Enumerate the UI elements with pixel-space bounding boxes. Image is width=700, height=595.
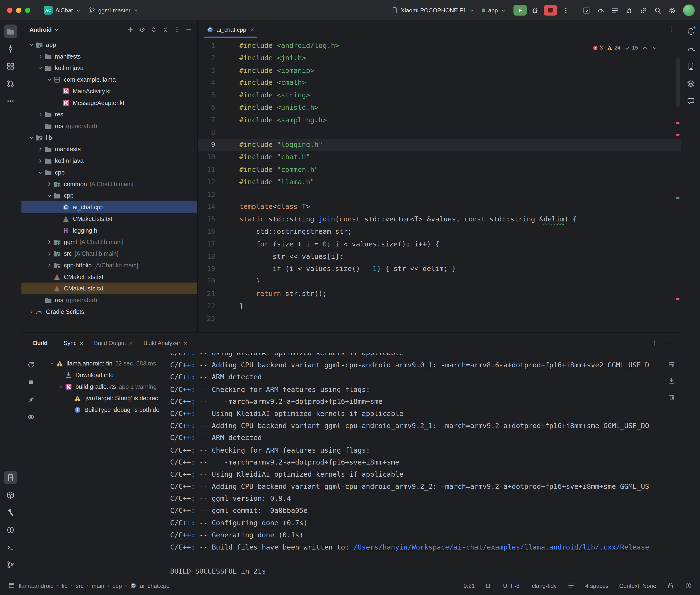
code-line-18[interactable]: 18 str << values[i];	[198, 251, 681, 263]
chevron-right-icon[interactable]	[28, 308, 35, 315]
tree-item-kotlin-java[interactable]: kotlin+java	[22, 62, 197, 74]
assistant-button[interactable]	[684, 94, 697, 108]
tree-item-res[interactable]: res	[22, 109, 197, 120]
breadcrumb-cpp[interactable]: cpp	[112, 582, 122, 589]
chevron-down-icon[interactable]	[28, 41, 35, 48]
chevron-down-icon[interactable]	[37, 169, 44, 176]
tree-item-llama-android-fin[interactable]: llama.android: fin22 sec, 583 ms	[40, 358, 165, 369]
preview-button[interactable]	[26, 412, 36, 422]
breadcrumb-main[interactable]: main	[92, 582, 104, 589]
stripe-mark-error[interactable]	[676, 134, 679, 136]
expand-all-button[interactable]	[148, 24, 159, 35]
build-output-path-link[interactable]: /Users/hanyin/Workspace/ai-chat/examples…	[354, 543, 649, 551]
settings-button[interactable]	[666, 4, 678, 16]
chevron-right-icon[interactable]	[46, 250, 53, 257]
code-line-3[interactable]: 3#include <iomanip>	[198, 64, 681, 77]
chevron-down-icon[interactable]	[57, 383, 65, 390]
add-button[interactable]	[125, 24, 136, 35]
chevron-right-icon[interactable]	[37, 145, 44, 152]
status-line-separator[interactable]: LF	[486, 582, 492, 589]
device-mirroring-button[interactable]	[638, 4, 649, 16]
code-line-11[interactable]: 11#include "common.h"	[198, 164, 681, 176]
code-line-15[interactable]: 15static std::string join(const std::vec…	[198, 213, 681, 226]
breadcrumb-ai-chat-cpp[interactable]: ai_chat.cpp	[140, 582, 170, 589]
status-write-access-lock[interactable]	[667, 582, 674, 589]
build-tab-build-output[interactable]: Build Output×	[89, 333, 138, 353]
chevron-right-icon[interactable]	[37, 53, 44, 60]
tree-item-gradle-scripts[interactable]: Gradle Scripts	[22, 306, 197, 317]
build-options-button[interactable]	[649, 338, 660, 348]
code-line-8[interactable]: 8	[198, 127, 681, 139]
close-window-button[interactable]	[7, 8, 12, 13]
code-line-14[interactable]: 14template<class T>	[198, 201, 681, 213]
code-line-21[interactable]: 21 return str.str();	[198, 288, 681, 300]
chevron-right-icon[interactable]	[46, 261, 53, 268]
project-selector[interactable]: AC AiChat	[40, 4, 85, 17]
status-clang-tidy[interactable]: .clang-tidy	[530, 582, 557, 589]
code-line-10[interactable]: 10#include "chat.h"	[198, 151, 681, 164]
locate-file-button[interactable]	[137, 24, 147, 35]
collapse-all-button[interactable]	[160, 24, 171, 35]
chevron-down-icon[interactable]	[28, 134, 35, 141]
status-ai-context[interactable]: Context: None	[619, 582, 656, 589]
tree-item-cmakelists-txt[interactable]: CMakeLists.txt	[22, 283, 197, 294]
close-tab-icon[interactable]: ×	[250, 26, 254, 33]
notifications-button[interactable]	[684, 25, 697, 38]
layout-inspector-button[interactable]	[581, 4, 592, 16]
project-button[interactable]	[4, 25, 17, 38]
stop-button[interactable]	[544, 5, 557, 16]
version-control-button[interactable]	[4, 558, 17, 571]
chevron-down-icon[interactable]	[37, 64, 44, 72]
tree-item-ggml[interactable]: ggml[AiChat.lib.main]	[22, 236, 197, 248]
project-view-selector[interactable]: Android	[30, 26, 52, 33]
tree-item-app[interactable]: app	[22, 39, 197, 51]
build-console[interactable]: C/C++: -- Using KleidiAI optimized kerne…	[165, 353, 681, 576]
code-line-5[interactable]: 5#include <string>	[198, 89, 681, 102]
status-code-style[interactable]	[567, 582, 575, 589]
tree-item-manifests[interactable]: manifests	[22, 143, 197, 155]
chevron-right-icon[interactable]	[37, 157, 44, 164]
tree-item-src[interactable]: src[AiChat.lib.main]	[22, 248, 197, 259]
debug-button[interactable]	[529, 5, 541, 16]
status-encoding[interactable]: UTF-8	[503, 582, 520, 589]
tree-item-ai-chat-cpp[interactable]: ai_chat.cpp	[22, 201, 197, 213]
device-explorer-button[interactable]	[4, 488, 17, 502]
branch-selector[interactable]: ggml-master	[85, 5, 142, 16]
tree-item-jvmtarget-string-is-deprec[interactable]: 'jvmTarget: String' is deprec	[40, 392, 165, 404]
tree-item-com-example-llama[interactable]: com.example.llama	[22, 74, 197, 85]
more-run-options-button[interactable]	[560, 4, 571, 16]
code-line-7[interactable]: 7#include <sampling.h>	[198, 114, 681, 126]
next-issue-icon[interactable]	[652, 45, 657, 51]
close-tab-icon[interactable]: ×	[80, 340, 83, 346]
close-tab-icon[interactable]: ×	[129, 340, 133, 346]
editor-options-button[interactable]	[668, 25, 675, 34]
structure-button[interactable]	[4, 59, 17, 73]
status-indent[interactable]: 4 spaces	[585, 582, 609, 589]
minimize-window-button[interactable]	[16, 8, 21, 13]
code-line-16[interactable]: 16 std::ostringstream str;	[198, 226, 681, 238]
soft-wrap-button[interactable]	[667, 359, 676, 369]
tree-item-mainactivity-kt[interactable]: MainActivity.kt	[22, 85, 197, 97]
code-line-17[interactable]: 17 for (size_t i = 0; i < values.size();…	[198, 238, 681, 251]
previous-issue-icon[interactable]	[642, 45, 648, 51]
pull-requests-button[interactable]	[4, 77, 17, 90]
build-button[interactable]	[4, 506, 17, 519]
code-line-22[interactable]: 22}	[198, 300, 681, 313]
chevron-down-icon[interactable]	[46, 192, 53, 199]
device-manager-button[interactable]	[684, 59, 697, 73]
tree-item-download-info[interactable]: Download info	[40, 369, 165, 381]
running-devices-button[interactable]	[4, 471, 17, 484]
breadcrumb-src[interactable]: src	[76, 582, 84, 589]
commit-button[interactable]	[4, 42, 17, 55]
clear-all-button[interactable]	[667, 392, 676, 402]
code-line-23[interactable]: 23	[198, 313, 681, 325]
run-configuration-selector[interactable]: app	[478, 5, 510, 16]
run-button[interactable]	[513, 5, 527, 16]
status-error-highlighting[interactable]	[685, 582, 692, 589]
stop-sync-button[interactable]	[26, 377, 36, 387]
search-everywhere-button[interactable]	[652, 4, 664, 16]
pin-tab-button[interactable]	[26, 394, 36, 405]
close-tab-icon[interactable]: ×	[184, 340, 187, 346]
tree-item-cmakelists-txt[interactable]: CMakeLists.txt	[22, 213, 197, 225]
gradle-button[interactable]	[684, 42, 697, 55]
